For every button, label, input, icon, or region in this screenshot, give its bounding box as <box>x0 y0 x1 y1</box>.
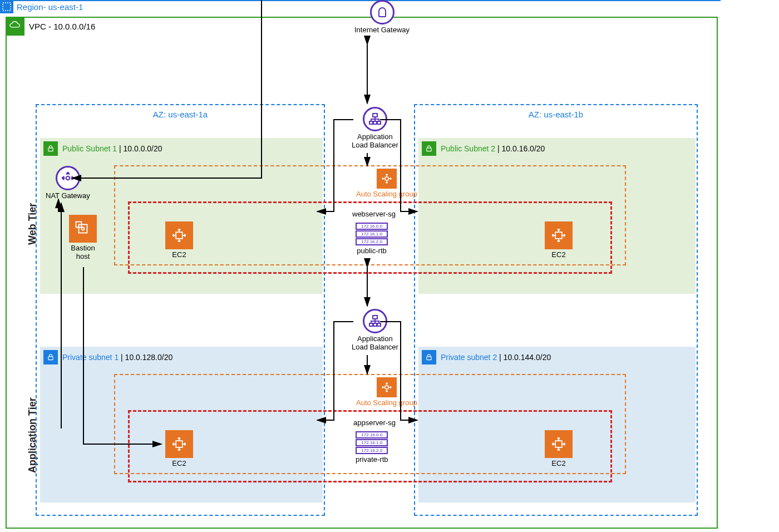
subnet-cidr: 10.0.0.0/20 <box>124 144 162 153</box>
subnet-header: Private subnet 2 | 10.0.144.0/20 <box>422 350 551 364</box>
rtb-label: public-rtb <box>357 247 386 255</box>
svg-rect-11 <box>369 323 373 326</box>
alb-icon <box>363 309 387 333</box>
svg-rect-13 <box>377 323 381 326</box>
subnet-header: Public Subnet 1 | 10.0.0.0/20 <box>43 141 162 156</box>
asg-label: Auto Scaling group <box>356 190 417 199</box>
nat-gateway-node: NAT Gateway <box>46 166 90 200</box>
sg-app-label: appserver-sg <box>353 419 396 427</box>
subnet-cidr: 10.0.16.0/20 <box>502 144 545 153</box>
ec2-icon <box>165 221 193 249</box>
svg-rect-12 <box>373 323 377 326</box>
igw-label: Internet Gateway <box>354 26 410 35</box>
svg-point-15 <box>66 176 70 180</box>
az-b-label: AZ: us-east-1b <box>415 110 697 119</box>
vpc-icon <box>6 17 24 36</box>
private-rtb-node: 172.16.0.0 172.16.1.0 172.16.2.0 private… <box>356 431 388 464</box>
ec2-label: EC2 <box>551 460 565 468</box>
public-rtb-node: 172.16.0.0 172.16.1.0 172.16.2.0 public-… <box>356 223 388 255</box>
svg-rect-5 <box>373 114 377 117</box>
asg-app-node: Auto Scaling group <box>356 377 417 407</box>
sg-web-label-node: webserver-sg <box>352 210 396 219</box>
asg-web-node: Auto Scaling group <box>356 169 417 199</box>
subnet-header: Public Subnet 2 | 10.0.16.0/20 <box>422 141 545 156</box>
lock-icon <box>43 350 58 364</box>
lock-icon <box>43 141 58 156</box>
ec2-icon <box>545 430 573 458</box>
subnet-name: Public Subnet 2 <box>441 144 495 153</box>
subnet-name: Private subnet 1 <box>62 353 119 362</box>
sg-app-label-node: appserver-sg <box>353 419 396 427</box>
ec2-app-b-node: EC2 <box>545 430 573 468</box>
vpc-label: VPC - 10.0.0.0/16 <box>29 22 95 31</box>
alb-icon <box>363 107 387 131</box>
ec2-icon <box>165 430 193 458</box>
subnet-cidr: 10.0.128.0/20 <box>125 353 173 362</box>
svg-rect-4 <box>427 357 431 360</box>
svg-rect-0 <box>3 3 11 11</box>
svg-rect-21 <box>176 441 183 447</box>
region-icon <box>0 0 13 13</box>
region-label: Region- us-east-1 <box>17 2 83 12</box>
svg-rect-8 <box>377 121 381 124</box>
subnet-name: Private subnet 2 <box>441 353 497 362</box>
vpc-header: VPC - 10.0.0.0/16 <box>6 17 95 36</box>
svg-rect-19 <box>176 232 183 239</box>
ec2-web-b-node: EC2 <box>545 221 573 259</box>
subnet-cidr: 10.0.144.0/20 <box>504 353 551 362</box>
bastion-icon <box>69 215 97 243</box>
asg-icon <box>377 377 397 397</box>
ec2-label: EC2 <box>172 251 186 259</box>
nat-icon <box>56 166 80 190</box>
svg-rect-16 <box>79 225 87 233</box>
subnet-title: Public Subnet 1 | 10.0.0.0/20 <box>62 144 162 153</box>
internet-gateway-node: Internet Gateway <box>354 0 410 35</box>
asg-label: Auto Scaling group <box>356 399 417 407</box>
architecture-diagram: Region- us-east-1 VPC - 10.0.0.0/16 Web … <box>0 0 779 532</box>
route-table-icon: 172.16.0.0 172.16.1.0 172.16.2.0 <box>356 431 388 454</box>
svg-rect-6 <box>369 121 373 124</box>
svg-rect-7 <box>373 121 377 124</box>
ec2-web-a-node: EC2 <box>165 221 193 259</box>
ec2-icon <box>545 221 573 249</box>
bastion-node: Bastion host <box>69 215 97 261</box>
svg-rect-1 <box>48 148 53 151</box>
subnet-title: Private subnet 2 | 10.0.144.0/20 <box>441 353 551 362</box>
lock-icon <box>422 141 436 156</box>
alb-label: Application Load Balancer <box>352 133 398 150</box>
alb-label: Application Load Balancer <box>352 335 398 352</box>
sg-web-label: webserver-sg <box>352 210 396 219</box>
ec2-label: EC2 <box>172 460 186 468</box>
alb-web-node: Application Load Balancer <box>352 107 398 150</box>
subnet-title: Public Subnet 2 | 10.0.16.0/20 <box>441 144 545 153</box>
route-table-icon: 172.16.0.0 172.16.1.0 172.16.2.0 <box>356 223 388 245</box>
lock-icon <box>422 350 436 364</box>
asg-icon <box>377 169 397 189</box>
svg-rect-22 <box>555 441 562 447</box>
bastion-label: Bastion host <box>71 244 95 261</box>
svg-rect-2 <box>48 357 53 360</box>
svg-rect-20 <box>555 232 562 239</box>
svg-rect-14 <box>385 386 388 389</box>
svg-point-18 <box>82 228 85 230</box>
subnet-name: Public Subnet 1 <box>62 144 117 153</box>
svg-rect-10 <box>373 316 377 319</box>
az-a-label: AZ: us-east-1a <box>37 110 324 119</box>
ec2-app-a-node: EC2 <box>165 430 193 468</box>
ec2-label: EC2 <box>551 251 565 259</box>
rtb-label: private-rtb <box>356 456 388 464</box>
svg-rect-9 <box>385 177 388 180</box>
subnet-title: Private subnet 1 | 10.0.128.0/20 <box>62 353 172 362</box>
subnet-header: Private subnet 1 | 10.0.128.0/20 <box>43 350 172 364</box>
nat-label: NAT Gateway <box>46 192 90 200</box>
alb-app-node: Application Load Balancer <box>352 309 398 352</box>
region-header: Region- us-east-1 <box>0 0 83 13</box>
svg-rect-3 <box>427 148 431 151</box>
igw-icon <box>370 0 395 24</box>
